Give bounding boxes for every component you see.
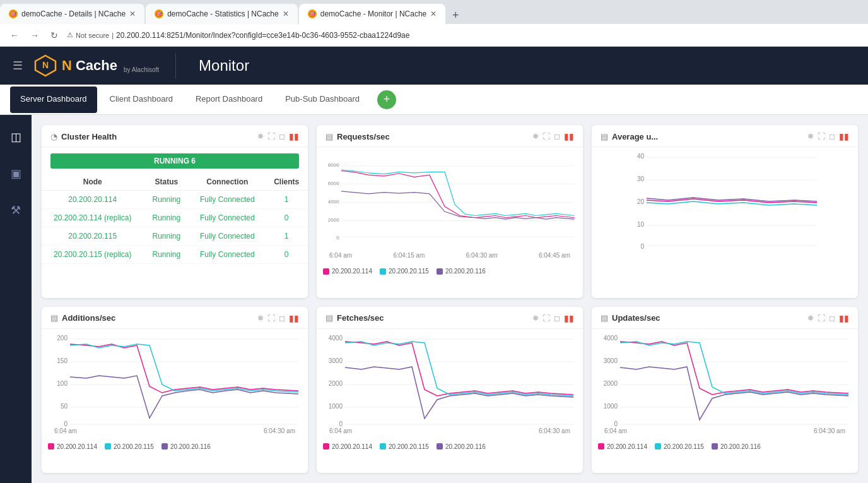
svg-text:0: 0 — [614, 420, 618, 427]
svg-text:3000: 3000 — [604, 357, 618, 364]
additions-x-2: 6:04:30 am — [264, 427, 295, 434]
tab-report-dashboard[interactable]: Report Dashboard — [185, 86, 273, 113]
updates-panel: ▤ Updates/sec ❅ ⛶ ◻ ▮▮ 4000 3000 2000 10… — [592, 307, 858, 474]
additions-x-labels: 6:04 am 6:04:30 am — [48, 427, 302, 434]
fetches-snowflake-icon[interactable]: ❅ — [532, 314, 539, 323]
requests-fullscreen-icon[interactable]: ◻ — [554, 132, 560, 141]
avg-snowflake-icon[interactable]: ❅ — [807, 132, 814, 141]
tab-bar: 🎯 demoCache - Details | NCache ✕ 🎯 demoC… — [0, 0, 868, 24]
requests-expand-icon[interactable]: ⛶ — [542, 132, 550, 141]
svg-text:150: 150 — [57, 357, 67, 364]
cluster-snowflake-icon[interactable]: ❅ — [257, 132, 264, 141]
cluster-controls: ❅ ⛶ ◻ ▮▮ — [257, 131, 299, 141]
sidebar-icon-tools[interactable]: ⚒ — [6, 198, 26, 222]
additions-chart-container: 200 150 100 50 0 — [42, 329, 308, 441]
sidebar-icon-monitor[interactable]: ▣ — [6, 162, 26, 186]
table-row: 20.200.20.114 Running Fully Connected 1 — [42, 191, 308, 209]
svg-text:0: 0 — [640, 243, 644, 250]
svg-text:100: 100 — [57, 380, 67, 387]
tab-monitor[interactable]: 🎯 demoCache - Monitor | NCache ✕ — [299, 4, 446, 24]
updates-fullscreen-icon[interactable]: ◻ — [829, 314, 835, 323]
additions-fullscreen-icon[interactable]: ◻ — [279, 314, 285, 323]
main-content: ◫ ▣ ⚒ ◔ Cluster Health ❅ ⛶ ◻ ▮▮ RUNNING … — [0, 115, 868, 483]
sidebar-icon-grid[interactable]: ◫ — [6, 125, 26, 149]
requests-pause-icon[interactable]: ▮▮ — [564, 131, 574, 141]
logo-by: by Alachisoft — [124, 66, 159, 73]
cluster-icon: ◔ — [50, 132, 57, 141]
tab-statistics[interactable]: 🎯 demoCache - Statistics | NCache ✕ — [146, 4, 298, 24]
updates-lbl-115: 20.200.20.115 — [664, 443, 704, 450]
avg-pause-icon[interactable]: ▮▮ — [839, 131, 849, 141]
svg-text:30: 30 — [637, 176, 645, 182]
header-divider — [175, 53, 176, 78]
cell-connection: Fully Connected — [189, 227, 265, 246]
avg-expand-icon[interactable]: ⛶ — [818, 132, 825, 141]
updates-expand-icon[interactable]: ⛶ — [818, 314, 825, 323]
cluster-fullscreen-icon[interactable]: ◻ — [279, 132, 285, 141]
fetches-header: ▤ Fetches/sec ❅ ⛶ ◻ ▮▮ — [317, 307, 583, 329]
fetches-dot-114 — [323, 443, 329, 450]
add-dashboard-button[interactable]: + — [377, 90, 396, 109]
fetches-legend: 20.200.20.114 20.200.20.115 20.200.20.11… — [317, 441, 583, 454]
tab-icon-details: 🎯 — [9, 9, 18, 18]
avg-header: ▤ Average u... ❅ ⛶ ◻ ▮▮ — [592, 125, 858, 147]
additions-legend-116: 20.200.20.116 — [161, 443, 211, 450]
cell-connection: Fully Connected — [189, 209, 265, 227]
requests-snowflake-icon[interactable]: ❅ — [532, 132, 539, 141]
cluster-health-header: ◔ Cluster Health ❅ ⛶ ◻ ▮▮ — [42, 125, 308, 147]
forward-button[interactable]: → — [28, 29, 42, 42]
updates-chart-container: 4000 3000 2000 1000 0 — [592, 329, 858, 441]
tab-server-dashboard[interactable]: Server Dashboard — [10, 86, 97, 113]
logo-svg: N — [33, 53, 58, 78]
svg-text:N: N — [42, 60, 49, 70]
requests-legend: 20.200.20.114 20.200.20.115 20.200.20.11… — [317, 265, 583, 278]
svg-text:6000: 6000 — [328, 181, 339, 186]
requests-header: ▤ Requests/sec ❅ ⛶ ◻ ▮▮ — [317, 125, 583, 147]
legend-label-114: 20.200.20.114 — [332, 268, 372, 275]
back-button[interactable]: ← — [8, 29, 21, 42]
cell-connection: Fully Connected — [189, 246, 265, 264]
tab-details[interactable]: 🎯 demoCache - Details | NCache ✕ — [0, 4, 144, 24]
additions-snowflake-icon[interactable]: ❅ — [257, 314, 264, 323]
new-tab-button[interactable]: + — [447, 6, 464, 24]
additions-pause-icon[interactable]: ▮▮ — [289, 313, 299, 323]
hamburger-menu[interactable]: ☰ — [13, 59, 23, 73]
updates-pause-icon[interactable]: ▮▮ — [839, 313, 849, 323]
updates-chart: 4000 3000 2000 1000 0 — [598, 333, 852, 427]
updates-legend: 20.200.20.114 20.200.20.115 20.200.20.11… — [592, 441, 858, 454]
tab-close-stats[interactable]: ✕ — [283, 9, 289, 18]
updates-controls: ❅ ⛶ ◻ ▮▮ — [807, 313, 849, 323]
cluster-expand-icon[interactable]: ⛶ — [267, 132, 275, 141]
avg-icon: ▤ — [601, 132, 608, 141]
fetches-pause-icon[interactable]: ▮▮ — [564, 313, 574, 323]
tab-client-dashboard[interactable]: Client Dashboard — [100, 86, 183, 113]
requests-x-labels: 6:04 am 6:04:15 am 6:04:30 am 6:04:45 am — [323, 252, 577, 259]
fetches-expand-icon[interactable]: ⛶ — [542, 314, 550, 323]
avg-fullscreen-icon[interactable]: ◻ — [829, 132, 835, 141]
cell-status: Running — [143, 209, 189, 227]
logo-cache: Cache — [76, 57, 117, 74]
tab-pubsub-dashboard[interactable]: Pub-Sub Dashboard — [275, 86, 370, 113]
avg-title: Average u... — [612, 132, 804, 141]
cluster-pause-icon[interactable]: ▮▮ — [289, 131, 299, 141]
tab-close-details[interactable]: ✕ — [129, 9, 136, 18]
avg-controls: ❅ ⛶ ◻ ▮▮ — [807, 131, 849, 141]
additions-controls: ❅ ⛶ ◻ ▮▮ — [257, 313, 299, 323]
requests-x-4: 6:04:45 am — [539, 252, 570, 259]
svg-text:0: 0 — [336, 235, 339, 241]
tab-icon-monitor: 🎯 — [308, 9, 317, 18]
cell-node: 20.200.20.115 — [42, 227, 143, 246]
svg-text:50: 50 — [61, 403, 68, 410]
table-row: 20.200.20.115 (replica) Running Fully Co… — [42, 246, 308, 264]
updates-snowflake-icon[interactable]: ❅ — [807, 314, 814, 323]
updates-legend-116: 20.200.20.116 — [712, 443, 761, 450]
fetches-lbl-115: 20.200.20.115 — [389, 443, 429, 450]
fetches-fullscreen-icon[interactable]: ◻ — [554, 314, 560, 323]
fetches-dot-115 — [380, 443, 386, 450]
address-bar: ← → ↻ ⚠ Not secure | 20.200.20.114:8251/… — [0, 24, 868, 47]
fetches-lbl-114: 20.200.20.114 — [332, 443, 372, 450]
legend-item-114: 20.200.20.114 — [323, 268, 372, 275]
tab-close-monitor[interactable]: ✕ — [430, 9, 437, 18]
reload-button[interactable]: ↻ — [48, 29, 61, 42]
additions-expand-icon[interactable]: ⛶ — [267, 314, 275, 323]
